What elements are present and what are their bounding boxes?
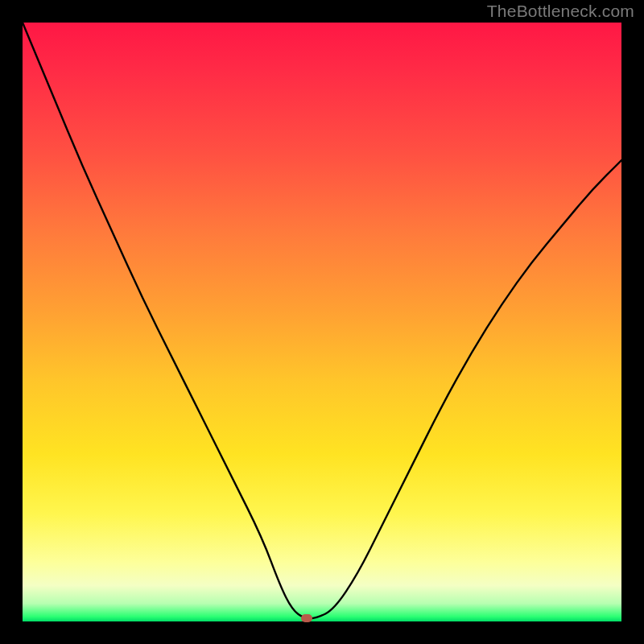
chart-frame: TheBottleneck.com [0, 0, 644, 644]
plot-area [23, 23, 621, 621]
curve-path [23, 23, 621, 618]
watermark-text: TheBottleneck.com [487, 2, 634, 21]
bottleneck-curve [23, 23, 621, 621]
optimal-point-marker [301, 614, 312, 622]
